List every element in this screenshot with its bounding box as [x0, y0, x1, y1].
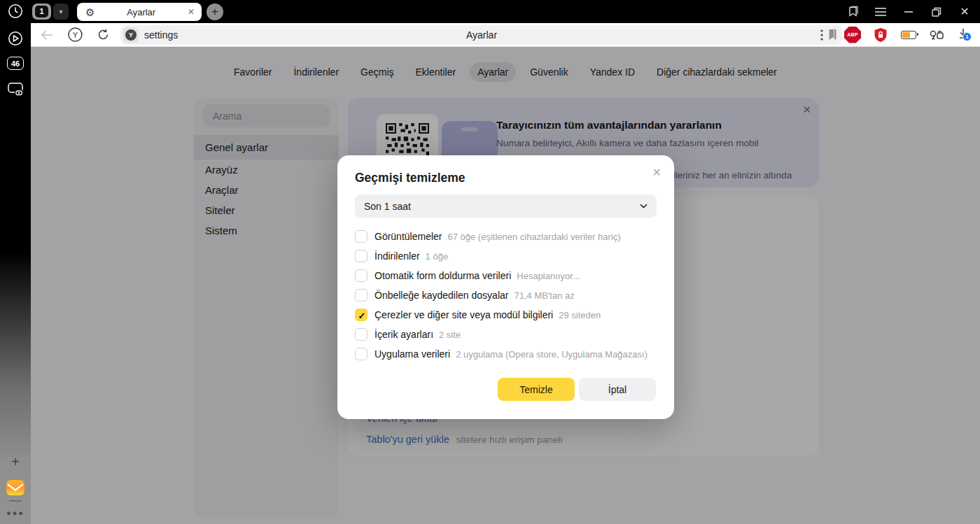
- time-range-select[interactable]: Son 1 saat: [355, 194, 657, 218]
- tab-title: Ayarlar: [94, 7, 187, 17]
- checkbox-unchecked[interactable]: [355, 250, 368, 262]
- protect-shield-icon[interactable]: [868, 23, 893, 46]
- yandex-mail-icon[interactable]: [0, 480, 31, 495]
- battery-saver-icon[interactable]: [896, 23, 921, 46]
- clear-option-row[interactable]: Önbelleğe kaydedilen dosyalar 71,4 MB'ta…: [355, 285, 657, 305]
- clear-option-row[interactable]: Otomatik form doldurma verileri Hesaplan…: [355, 266, 657, 285]
- browser-tab-ayarlar[interactable]: ⚙ Ayarlar ✕: [77, 3, 202, 21]
- clear-button[interactable]: Temizle: [498, 378, 575, 401]
- clear-option-row[interactable]: İndirilenler 1 öğe: [355, 246, 657, 266]
- sidebar-divider: [0, 500, 31, 502]
- checkbox-unchecked[interactable]: [355, 230, 368, 243]
- downloads-icon[interactable]: 1: [952, 23, 977, 46]
- svg-text:Y: Y: [72, 31, 78, 39]
- clear-history-dialog: Geçmişi temizleme ✕ Son 1 saat Görüntüle…: [337, 155, 674, 419]
- history-clock-icon[interactable]: [0, 3, 31, 19]
- window-minimize-button[interactable]: [897, 0, 920, 23]
- clear-option-row[interactable]: İçerik ayarları 2 site: [355, 325, 657, 344]
- sidebar-add-icon[interactable]: +: [0, 454, 31, 470]
- checkbox-unchecked[interactable]: [355, 289, 368, 302]
- tab-close-icon[interactable]: ✕: [188, 7, 195, 17]
- tab-counter-value: 1: [35, 6, 48, 17]
- browser-toolbar: Y Y settings Ayarlar ABP 1: [31, 23, 980, 47]
- dialog-title: Geçmişi temizleme: [355, 171, 465, 185]
- chevron-down-icon: [640, 204, 648, 208]
- password-key-icon[interactable]: [924, 23, 949, 46]
- address-bar-page-title: Ayarlar: [120, 25, 843, 45]
- new-tab-button[interactable]: +: [206, 3, 223, 20]
- tab-counter-badge[interactable]: 1: [32, 3, 51, 20]
- checkbox-checked[interactable]: [355, 309, 368, 321]
- address-bar[interactable]: Y settings Ayarlar: [120, 25, 843, 45]
- toolbar-more-icon[interactable]: [811, 23, 833, 46]
- sidebar-more-icon[interactable]: ●●●: [0, 509, 31, 517]
- window-close-button[interactable]: ✕: [953, 0, 976, 23]
- checkbox-unchecked[interactable]: [355, 348, 368, 360]
- dialog-close-icon[interactable]: ✕: [651, 164, 663, 180]
- browser-sidebar: 46 + ●●●: [0, 0, 31, 524]
- gear-icon: ⚙: [85, 7, 94, 17]
- clear-option-row[interactable]: Görüntülemeler 67 öğe (eşitlenen cihazla…: [355, 227, 657, 246]
- tabs-count-badge[interactable]: 46: [0, 57, 31, 70]
- yandex-home-icon[interactable]: Y: [64, 23, 86, 46]
- time-range-value: Son 1 saat: [364, 201, 411, 212]
- tab-list-chevron-icon[interactable]: ▾: [53, 3, 69, 20]
- screen-video-icon[interactable]: [0, 82, 31, 97]
- download-count-badge: 1: [962, 32, 972, 41]
- checkbox-unchecked[interactable]: [355, 269, 368, 282]
- clear-option-row[interactable]: Çerezler ve diğer site veya modül bilgil…: [355, 305, 657, 325]
- window-restore-button[interactable]: [925, 0, 948, 23]
- toolbar-separator: [834, 28, 834, 42]
- window-titlebar: 1 ▾ ⚙ Ayarlar ✕ + ✕: [0, 0, 980, 23]
- checkbox-unchecked[interactable]: [355, 328, 368, 341]
- bookmarks-panel-icon[interactable]: [841, 0, 864, 23]
- back-button[interactable]: [36, 23, 58, 46]
- adblock-extension-icon[interactable]: ABP: [840, 23, 865, 46]
- clear-options-list: Görüntülemeler 67 öğe (eşitlenen cihazla…: [355, 227, 657, 364]
- refresh-icon[interactable]: [92, 23, 114, 46]
- clear-option-row[interactable]: Uygulama verileri 2 uygulama (Opera stor…: [355, 344, 657, 364]
- play-media-icon[interactable]: [0, 31, 31, 46]
- cancel-button[interactable]: İptal: [579, 378, 656, 401]
- menu-hamburger-icon[interactable]: [869, 0, 892, 23]
- tab-counter-group[interactable]: 1 ▾: [32, 3, 69, 20]
